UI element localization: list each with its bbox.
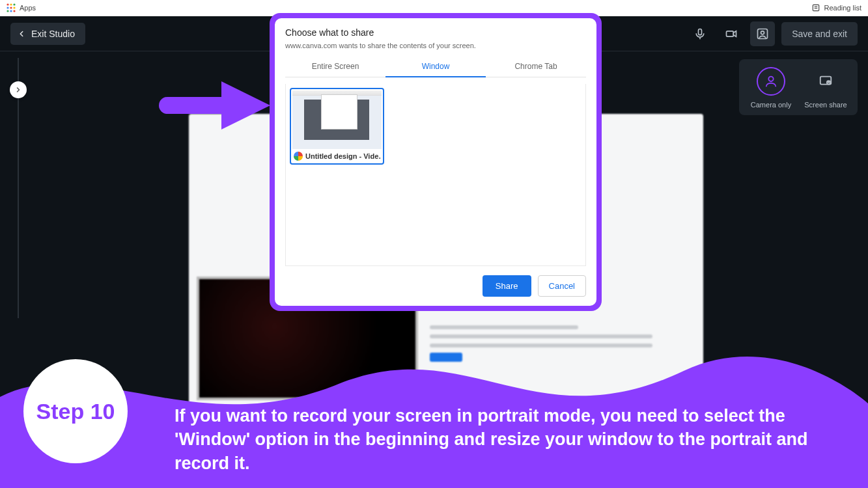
user-square-icon — [756, 27, 769, 40]
tab-chrome-tab[interactable]: Chrome Tab — [486, 56, 586, 77]
camera-button[interactable] — [719, 21, 744, 46]
svg-point-6 — [7, 10, 8, 12]
tab-window[interactable]: Window — [385, 56, 486, 77]
svg-rect-12 — [699, 29, 702, 34]
share-dialog: Choose what to share www.canva.com wants… — [270, 13, 602, 311]
reading-list-label: Reading list — [824, 4, 861, 12]
chevron-left-icon — [17, 29, 26, 38]
exit-studio-label: Exit Studio — [31, 29, 75, 39]
microphone-icon — [693, 27, 707, 40]
svg-point-1 — [10, 3, 12, 5]
tutorial-arrow — [156, 75, 273, 133]
presenter-button[interactable] — [750, 21, 775, 46]
screen-share-label: Screen share — [804, 101, 847, 109]
step-instruction-text: If you want to record your screen in por… — [175, 404, 848, 475]
svg-point-8 — [13, 10, 15, 12]
cancel-button[interactable]: Cancel — [538, 275, 586, 297]
chevron-right-icon — [14, 86, 22, 94]
user-icon — [764, 74, 778, 88]
screen-share-option[interactable]: Screen share — [800, 67, 851, 109]
share-button[interactable]: Share — [483, 275, 531, 297]
reading-list-button[interactable]: Reading list — [811, 3, 861, 12]
screen-share-icon — [819, 74, 833, 88]
svg-point-4 — [10, 7, 12, 8]
svg-point-2 — [13, 3, 15, 5]
timeline-expand-button[interactable] — [10, 81, 27, 98]
share-window-item[interactable]: Untitled design - Vide… — [290, 88, 384, 165]
share-tabs: Entire Screen Window Chrome Tab — [285, 56, 586, 77]
svg-point-17 — [768, 77, 773, 81]
camera-only-label: Camera only — [751, 101, 791, 109]
tutorial-footer: Step 10 If you want to record your scree… — [0, 325, 868, 488]
canva-studio-app: Exit Studio Save and exit Camera only — [0, 16, 868, 488]
svg-point-5 — [13, 7, 15, 8]
camera-only-option[interactable]: Camera only — [746, 67, 796, 109]
apps-icon[interactable] — [7, 3, 16, 12]
dialog-subtitle: www.canva.com wants to share the content… — [285, 42, 586, 49]
tab-entire-screen[interactable]: Entire Screen — [285, 56, 385, 77]
svg-point-20 — [828, 81, 830, 83]
exit-studio-button[interactable]: Exit Studio — [10, 23, 85, 45]
apps-label[interactable]: Apps — [20, 4, 36, 12]
record-mode-panel: Camera only Screen share — [739, 59, 858, 115]
save-and-exit-button[interactable]: Save and exit — [781, 22, 858, 46]
window-item-label: Untitled design - Vide… — [305, 152, 382, 160]
camera-icon — [725, 27, 738, 40]
svg-rect-21 — [159, 97, 232, 114]
svg-point-16 — [761, 31, 764, 34]
svg-point-3 — [7, 7, 8, 8]
chrome-favicon-icon — [294, 152, 303, 161]
step-badge-label: Step 10 — [36, 399, 115, 424]
window-thumbnail — [292, 90, 382, 149]
svg-rect-14 — [727, 31, 734, 36]
share-window-grid: Untitled design - Vide… — [285, 84, 586, 266]
svg-point-0 — [7, 3, 8, 5]
svg-point-7 — [10, 10, 12, 12]
microphone-button[interactable] — [688, 21, 712, 46]
step-badge: Step 10 — [23, 359, 128, 463]
dialog-title: Choose what to share — [285, 27, 586, 38]
